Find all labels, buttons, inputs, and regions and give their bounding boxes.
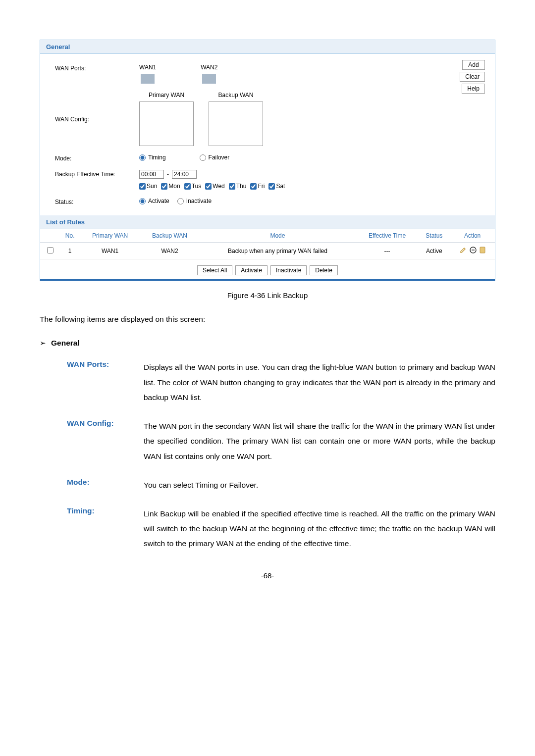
status-row: Status: Activate Inactivate bbox=[40, 194, 495, 209]
cell-mode: Backup when any primary WAN failed bbox=[199, 243, 356, 259]
row-checkbox[interactable] bbox=[47, 247, 54, 253]
def-mode: Mode: You can select Timing or Failover. bbox=[67, 478, 495, 493]
day-thu[interactable]: Thu bbox=[229, 183, 247, 190]
day-thu-checkbox[interactable] bbox=[229, 183, 235, 190]
mode-failover-label: Failover bbox=[209, 154, 230, 161]
mode-label: Mode: bbox=[55, 154, 139, 162]
inactivate-button[interactable]: Inactivate bbox=[270, 265, 307, 275]
def-wan-config: WAN Config: The WAN port in the secondar… bbox=[67, 419, 495, 464]
col-mode: Mode bbox=[199, 229, 356, 243]
def-term: Timing: bbox=[67, 506, 144, 552]
primary-wan-listbox[interactable] bbox=[139, 101, 194, 146]
activate-button[interactable]: Activate bbox=[235, 265, 268, 275]
cell-status: Active bbox=[419, 243, 450, 259]
status-inactivate-label: Inactivate bbox=[186, 198, 212, 204]
panel-header-general: General bbox=[40, 40, 495, 54]
time-from-input[interactable] bbox=[139, 170, 164, 179]
help-button[interactable]: Help bbox=[462, 84, 485, 94]
clear-button[interactable]: Clear bbox=[460, 72, 485, 82]
status-inactivate-radio[interactable] bbox=[177, 198, 184, 204]
section-header: ➢ General bbox=[40, 339, 495, 348]
section-title: General bbox=[51, 339, 80, 348]
definition-list: WAN Ports: Displays all the WAN ports in… bbox=[40, 360, 495, 551]
triangle-bullet-icon: ➢ bbox=[40, 339, 46, 348]
wan-config-row: WAN Config: Primary WAN Backup WAN bbox=[40, 88, 495, 150]
day-sun[interactable]: Sun bbox=[139, 183, 157, 190]
backup-wan-listbox[interactable] bbox=[209, 101, 263, 146]
edit-icon[interactable] bbox=[460, 247, 467, 255]
day-fri[interactable]: Fri bbox=[250, 183, 265, 190]
def-wan-ports: WAN Ports: Displays all the WAN ports in… bbox=[67, 360, 495, 405]
day-mon-checkbox[interactable] bbox=[161, 183, 167, 190]
col-effective: Effective Time bbox=[356, 229, 419, 243]
col-action: Action bbox=[450, 229, 495, 243]
def-term: Mode: bbox=[67, 478, 144, 493]
svg-rect-2 bbox=[480, 247, 485, 253]
col-no: No. bbox=[60, 229, 80, 243]
select-all-button[interactable]: Select All bbox=[197, 265, 232, 275]
def-term: WAN Ports: bbox=[67, 360, 144, 405]
cell-effective: --- bbox=[356, 243, 419, 259]
day-wed-checkbox[interactable] bbox=[205, 183, 212, 190]
panel-header-list: List of Rules bbox=[40, 215, 495, 229]
status-activate-label: Activate bbox=[148, 198, 169, 204]
rules-table: No. Primary WAN Backup WAN Mode Effectiv… bbox=[40, 229, 495, 259]
wan-ports-label: WAN Ports: bbox=[55, 64, 139, 72]
def-desc: Displays all the WAN ports in use. You c… bbox=[144, 360, 495, 405]
panel-body-general: Add Clear Help WAN Ports: WAN1 WAN2 bbox=[40, 54, 495, 215]
mode-timing-option[interactable]: Timing bbox=[139, 154, 166, 161]
wan-port-label: WAN1 bbox=[139, 64, 156, 71]
col-status: Status bbox=[419, 229, 450, 243]
day-tus[interactable]: Tus bbox=[184, 183, 202, 190]
day-tus-checkbox[interactable] bbox=[184, 183, 191, 190]
def-timing: Timing: Link Backup will be enabled if t… bbox=[67, 506, 495, 552]
primary-wan-header: Primary WAN bbox=[149, 92, 184, 99]
status-activate-option[interactable]: Activate bbox=[139, 198, 169, 204]
config-panel: General Add Clear Help WAN Ports: WAN1 W… bbox=[40, 40, 495, 281]
cell-no: 1 bbox=[60, 243, 80, 259]
intro-text: The following items are displayed on thi… bbox=[40, 312, 495, 326]
day-sat[interactable]: Sat bbox=[268, 183, 285, 190]
wan-ports-row: WAN Ports: WAN1 WAN2 bbox=[40, 60, 495, 88]
backup-time-label: Backup Effective Time: bbox=[55, 170, 139, 178]
wan-port-wan1[interactable]: WAN1 bbox=[139, 64, 156, 84]
days-row: Sun Mon Tus Wed Thu Fri Sat bbox=[139, 183, 480, 190]
table-row: 1 WAN1 WAN2 Backup when any primary WAN … bbox=[40, 243, 495, 259]
port-chip-icon bbox=[141, 74, 155, 84]
def-desc: Link Backup will be enabled if the speci… bbox=[144, 506, 495, 552]
status-inactivate-option[interactable]: Inactivate bbox=[177, 198, 212, 204]
wan-port-label: WAN2 bbox=[201, 64, 217, 71]
status-activate-radio[interactable] bbox=[139, 198, 146, 204]
primary-wan-col: Primary WAN bbox=[139, 92, 194, 146]
cell-backup: WAN2 bbox=[140, 243, 199, 259]
mode-timing-label: Timing bbox=[148, 154, 166, 161]
panel-side-buttons: Add Clear Help bbox=[460, 60, 485, 94]
delete-button[interactable]: Delete bbox=[310, 265, 338, 275]
wan-port-wan2[interactable]: WAN2 bbox=[201, 64, 217, 84]
day-sun-checkbox[interactable] bbox=[139, 183, 146, 190]
add-button[interactable]: Add bbox=[462, 60, 485, 70]
def-desc: You can select Timing or Failover. bbox=[144, 478, 495, 493]
cell-primary: WAN1 bbox=[80, 243, 140, 259]
time-to-input[interactable] bbox=[172, 170, 197, 179]
table-button-row: Select All Activate Inactivate Delete bbox=[40, 259, 495, 279]
day-fri-checkbox[interactable] bbox=[250, 183, 257, 190]
mode-failover-radio[interactable] bbox=[200, 154, 206, 161]
col-backup: Backup WAN bbox=[140, 229, 199, 243]
def-desc: The WAN port in the secondary WAN list w… bbox=[144, 419, 495, 464]
figure-caption: Figure 4-36 Link Backup bbox=[40, 291, 495, 300]
port-chip-icon bbox=[202, 74, 216, 84]
backup-time-row: Backup Effective Time: - Sun Mon Tus Wed… bbox=[40, 166, 495, 194]
mode-failover-option[interactable]: Failover bbox=[200, 154, 230, 161]
time-separator: - bbox=[167, 171, 169, 178]
delete-icon[interactable] bbox=[470, 247, 477, 255]
day-mon[interactable]: Mon bbox=[161, 183, 180, 190]
mode-timing-radio[interactable] bbox=[139, 154, 146, 161]
day-wed[interactable]: Wed bbox=[205, 183, 224, 190]
def-term: WAN Config: bbox=[67, 419, 144, 464]
col-primary: Primary WAN bbox=[80, 229, 140, 243]
backup-wan-col: Backup WAN bbox=[209, 92, 263, 146]
document-icon[interactable] bbox=[480, 247, 485, 255]
wan-config-label: WAN Config: bbox=[55, 115, 139, 123]
day-sat-checkbox[interactable] bbox=[268, 183, 275, 190]
